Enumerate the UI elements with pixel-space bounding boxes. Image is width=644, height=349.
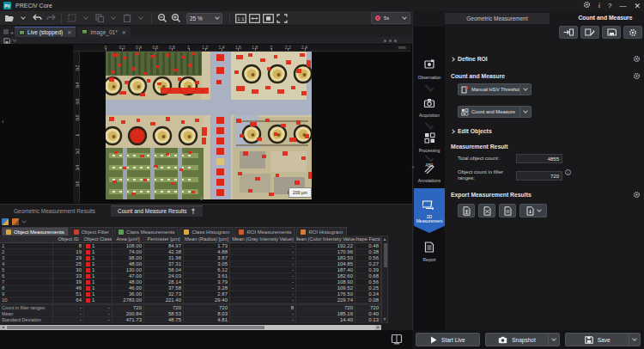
table-row[interactable]: 106412783.00221.4029.40-229.740.08: [0, 297, 381, 303]
start-live-button[interactable]: Start Live: [416, 333, 480, 346]
table-vertical-scrollbar[interactable]: ▲ ▼: [381, 236, 388, 323]
select-region-dropdown[interactable]: [80, 12, 92, 24]
table-row[interactable]: 846146.0037.583.28-109.520.25: [0, 285, 381, 291]
define-roi-gear-icon[interactable]: [633, 55, 641, 63]
help-manual-icon[interactable]: [391, 334, 403, 345]
nav-item-2d-measurement[interactable]: 2D Measurement: [414, 188, 445, 233]
table-row[interactable]: 739148.0028.143.79-108.900.56: [0, 279, 381, 285]
export-gear-icon[interactable]: [633, 191, 641, 199]
tab-geometric-measurement[interactable]: Geometric Measurement: [445, 13, 550, 24]
filter-info-icon[interactable]: i: [565, 169, 571, 175]
pin-icon[interactable]: [191, 208, 196, 214]
table-row[interactable]: 219174.0042.384.88-170.960.38: [0, 249, 381, 255]
nav-item-acquisition[interactable]: Acquisition: [414, 90, 445, 125]
column-header[interactable]: Shape Factor: [355, 236, 381, 243]
undo-icon[interactable]: [31, 12, 43, 24]
count-measure-gear-icon[interactable]: [633, 72, 641, 80]
column-header[interactable]: Mean (Color Intensity Value): [296, 236, 355, 243]
open-file-icon[interactable]: [3, 12, 15, 24]
table-row[interactable]: 633147.0024.033.61-182.600.68: [0, 273, 381, 279]
snapshot-dropdown-icon[interactable]: [548, 334, 559, 346]
zoom-out-icon[interactable]: [156, 12, 168, 24]
expand-down-icon[interactable]: ∨: [199, 195, 204, 202]
edit-settings-icon[interactable]: [580, 26, 599, 39]
subtab-object-measurements[interactable]: Object Measurements: [2, 227, 69, 236]
fullscreen-icon[interactable]: [276, 12, 288, 24]
threshold-method-button[interactable]: Manual HSV Threshold...: [458, 83, 532, 95]
microscope-image[interactable]: [106, 52, 312, 199]
redo-icon[interactable]: [45, 12, 57, 24]
paste-dropdown[interactable]: [135, 12, 147, 24]
collapse-left-icon[interactable]: ‹: [2, 118, 4, 126]
define-roi-header[interactable]: Define ROI: [451, 56, 488, 62]
save-view-icon[interactable]: [3, 38, 10, 44]
save-settings-icon[interactable]: [602, 26, 621, 39]
select-region-icon[interactable]: [66, 12, 78, 24]
tool-options-gear-icon[interactable]: [623, 26, 642, 39]
table-row[interactable]: 181108.0084.971.73-192.220.48: [0, 243, 381, 249]
tab-live[interactable]: Live (stopped) ✕: [15, 27, 76, 37]
count-measure-button[interactable]: Count and Measure: [458, 106, 532, 118]
subtab-roi-histogram[interactable]: ROI Histogram: [296, 227, 347, 236]
export-table-icon[interactable]: [2, 218, 9, 225]
minimize-icon[interactable]: —: [619, 2, 626, 10]
view-options-icons[interactable]: [384, 40, 397, 42]
zoom-to-selection-icon[interactable]: [262, 12, 274, 24]
save-dropdown-icon[interactable]: [629, 334, 640, 346]
subtab-object-filter[interactable]: Object Filter: [70, 227, 113, 236]
help-icon[interactable]: ?: [608, 2, 611, 10]
nav-item-report[interactable]: Report: [414, 236, 445, 267]
export-csv-icon[interactable]: [499, 204, 516, 217]
tab-list-icon[interactable]: [3, 29, 9, 34]
column-header[interactable]: Area [µm²]: [112, 236, 144, 243]
subtab-roi-measurements[interactable]: ROI Measurements: [234, 227, 295, 236]
snapshot-button[interactable]: Snapshot: [485, 333, 561, 346]
filter-count-field[interactable]: 720: [516, 171, 562, 181]
open-file-dropdown[interactable]: [17, 12, 29, 24]
results-tab-active[interactable]: Count and Measure Results: [111, 205, 203, 217]
column-header[interactable]: Perimeter [µm]: [144, 236, 184, 243]
export-more-button[interactable]: [519, 204, 547, 217]
tab-image01-close-icon[interactable]: ✕: [122, 29, 126, 35]
nav-item-annotations[interactable]: ABC Annotations: [414, 159, 445, 187]
tab-scroll-left-icon[interactable]: ◂: [10, 29, 13, 35]
table-row[interactable]: 951136.0032.732.87-176.500.24: [0, 291, 381, 297]
zoom-level-select[interactable]: 25 %: [186, 13, 222, 24]
table-row[interactable]: 329198.0031.983.87-183.500.56: [0, 255, 381, 261]
zoom-1to1-icon[interactable]: 1:1: [234, 12, 246, 24]
subtab-class-histogram[interactable]: Class Histogram: [179, 227, 234, 236]
fit-to-window-icon[interactable]: [248, 12, 260, 24]
total-count-field[interactable]: 4855: [516, 154, 562, 163]
edit-objects-header[interactable]: Edit Objects: [451, 128, 492, 134]
save-button[interactable]: Save: [565, 333, 641, 346]
subtab-class-measurements[interactable]: Class Measurements: [114, 227, 179, 236]
close-icon[interactable]: ✕: [634, 2, 641, 10]
settings-gear-icon[interactable]: [583, 1, 591, 11]
snapshot-timer-select[interactable]: 5s: [371, 12, 410, 24]
results-options-icon[interactable]: [12, 218, 19, 225]
column-header[interactable]: Mean (Gray Intensity Value): [230, 236, 296, 243]
column-header[interactable]: Object Class: [84, 236, 112, 243]
threshold-dropdown-icon[interactable]: [519, 84, 531, 95]
column-header[interactable]: Mean (Radius) [µm]: [184, 236, 230, 243]
count-measure-dropdown-icon[interactable]: [519, 107, 531, 117]
tab-image01[interactable]: Image_01* ✕: [77, 27, 130, 37]
copy-dropdown[interactable]: [107, 12, 119, 24]
nav-item-observation[interactable]: Observation: [414, 52, 445, 87]
export-more-dropdown-icon[interactable]: [537, 207, 542, 212]
apply-to-image-icon[interactable]: [559, 26, 578, 39]
column-header[interactable]: Object ID: [53, 236, 84, 243]
export-workbook-icon[interactable]: [478, 204, 495, 217]
table-row[interactable]: 5301130.0058.046.12-187.400.39: [0, 267, 381, 273]
copy-icon[interactable]: [94, 12, 106, 24]
collapse-panel-icon[interactable]: ›: [412, 164, 414, 170]
info-icon[interactable]: i: [598, 2, 600, 10]
nav-item-processing[interactable]: Processing: [414, 128, 445, 157]
zoom-in-icon[interactable]: [170, 12, 182, 24]
export-excel-icon[interactable]: [458, 204, 475, 217]
table-row[interactable]: 425148.0037.313.05-104.850.27: [0, 261, 381, 267]
results-tab-idle[interactable]: Geometric Measurement Results: [7, 206, 102, 217]
image-viewer[interactable]: 00.20.40.60.811.21.41.61.822.22.4 0.20.4…: [0, 44, 412, 204]
paste-icon[interactable]: [121, 12, 133, 24]
tab-live-close-icon[interactable]: ✕: [67, 29, 71, 35]
